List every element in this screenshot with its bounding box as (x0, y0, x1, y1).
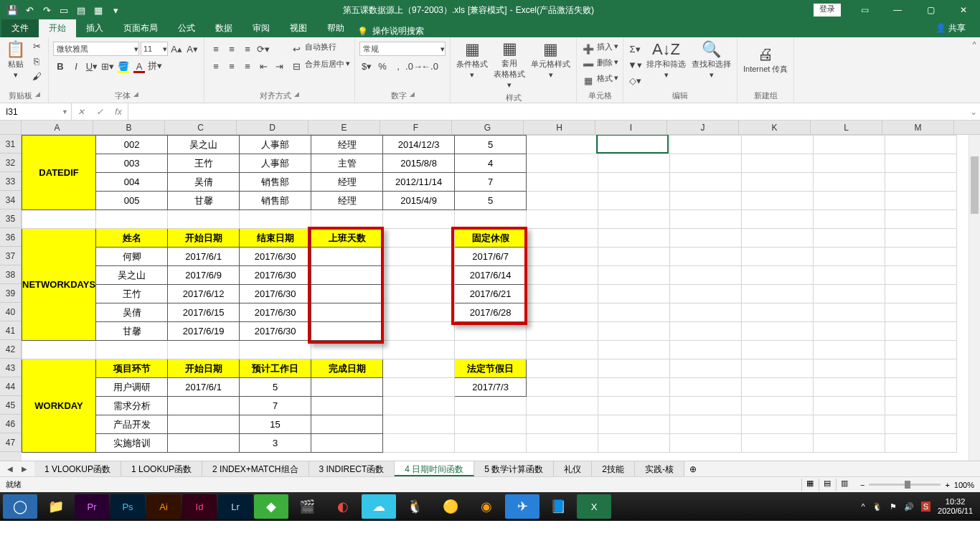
sheet-tab[interactable]: 5 数学计算函数 (474, 461, 554, 476)
border-button[interactable]: ⊞▾ (100, 59, 115, 73)
tab-file[interactable]: 文件 (1, 19, 39, 37)
col-header-F[interactable]: F (380, 121, 452, 134)
paste-button[interactable]: 📋粘贴▾ (4, 39, 27, 82)
col-header-D[interactable]: D (237, 121, 308, 134)
wrap-text-button[interactable]: ↩自动换行 (289, 42, 350, 56)
taskbar-app-orange[interactable]: ◉ (469, 494, 504, 519)
col-header-E[interactable]: E (308, 121, 380, 134)
tray-up-icon[interactable]: ^ (862, 502, 865, 511)
copy-button[interactable]: ⎘ (29, 54, 44, 68)
internet-fax-button[interactable]: 🖨Internet 传真 (742, 39, 789, 82)
zoom-level[interactable]: 100% (954, 481, 974, 489)
undo-icon[interactable]: ↶ (22, 2, 37, 18)
view-pagelayout-button[interactable]: ▤ (819, 479, 836, 491)
sheet-tab[interactable]: 礼仪 (554, 461, 592, 476)
delete-cells-button[interactable]: ➖删除 ▾ (581, 57, 618, 72)
clear-button[interactable]: ◇▾ (628, 73, 642, 88)
clipboard-launcher[interactable]: ◢ (35, 90, 40, 101)
fill-color-button[interactable]: 🪣 (116, 59, 131, 73)
col-header-B[interactable]: B (93, 121, 165, 134)
add-sheet-button[interactable]: ⊕ (684, 464, 702, 474)
vertical-scrollbar[interactable] (969, 135, 980, 461)
taskbar-notes-icon[interactable]: 📘 (541, 494, 575, 519)
accounting-button[interactable]: $▾ (359, 59, 374, 73)
col-header-K[interactable]: K (739, 121, 811, 134)
qat-more-icon[interactable]: ▾ (108, 2, 123, 18)
format-painter-button[interactable]: 🖌 (29, 69, 44, 83)
tab-insert[interactable]: 插入 (76, 19, 113, 37)
shrink-font-button[interactable]: A▾ (185, 42, 199, 56)
view-pagebreak-button[interactable]: ▥ (836, 479, 853, 491)
tab-formulas[interactable]: 公式 (168, 19, 205, 37)
font-size-select[interactable]: 11▾ (141, 42, 168, 56)
taskbar-illustrator-icon[interactable]: Ai (146, 494, 181, 519)
sheet-tab[interactable]: 实践-核 (635, 461, 684, 476)
col-header-H[interactable]: H (524, 121, 595, 134)
row-header-37[interactable]: 37 (0, 247, 22, 265)
indent-dec-button[interactable]: ⇤ (256, 59, 270, 73)
sheet-tab[interactable]: 2 INDEX+MATCH组合 (202, 461, 308, 476)
qat-new-icon[interactable]: ▭ (56, 2, 72, 18)
autosum-button[interactable]: Σ▾ (628, 42, 642, 56)
name-box[interactable]: I31▼ (0, 103, 72, 120)
number-launcher[interactable]: ◢ (410, 90, 415, 101)
format-cells-button[interactable]: ▦格式 ▾ (581, 73, 618, 88)
grow-font-button[interactable]: A▴ (169, 42, 184, 56)
tray-flag-icon[interactable]: ⚑ (890, 502, 897, 512)
row-header-34[interactable]: 34 (0, 191, 22, 209)
tray-volume-icon[interactable]: 🔊 (904, 502, 914, 512)
ribbon-options-icon[interactable]: ▭ (848, 0, 881, 20)
align-bottom-button[interactable]: ≡ (240, 42, 255, 56)
taskbar-photoshop-icon[interactable]: Ps (110, 494, 145, 519)
cut-button[interactable]: ✂ (29, 39, 44, 53)
tab-help[interactable]: 帮助 (317, 19, 354, 37)
close-icon[interactable]: ✕ (947, 0, 980, 20)
merge-center-button[interactable]: ⊟合并后居中▾ (289, 59, 350, 73)
tab-layout[interactable]: 页面布局 (113, 19, 168, 37)
col-header-J[interactable]: J (667, 121, 739, 134)
align-middle-button[interactable]: ≡ (225, 42, 239, 56)
font-launcher[interactable]: ◢ (133, 90, 138, 101)
taskbar-qq-icon[interactable]: 🐧 (397, 494, 432, 519)
redo-icon[interactable]: ↷ (39, 2, 55, 18)
row-header-31[interactable]: 31 (0, 135, 22, 154)
row-header-45[interactable]: 45 (0, 396, 22, 415)
taskbar-premiere-icon[interactable]: Pr (75, 494, 109, 519)
qat-quickprint-icon[interactable]: ▦ (90, 2, 106, 18)
align-center-button[interactable]: ≡ (225, 59, 239, 73)
sheet-tab[interactable]: 1 LOOKUP函数 (121, 461, 202, 476)
tab-view[interactable]: 视图 (280, 19, 317, 37)
font-name-select[interactable]: 微软雅黑▾ (53, 42, 139, 56)
cancel-formula-button[interactable]: ✕ (72, 107, 90, 117)
col-header-I[interactable]: I (595, 121, 667, 134)
col-header-G[interactable]: G (452, 121, 524, 134)
sheet-tab[interactable]: 3 INDIRECT函数 (309, 461, 395, 476)
fx-button[interactable]: fx (109, 107, 128, 117)
table-style-button[interactable]: ▦套用 表格格式▾ (492, 39, 527, 91)
font-color-button[interactable]: A (132, 59, 146, 73)
italic-button[interactable]: I (69, 59, 83, 73)
fill-button[interactable]: ▼▾ (628, 57, 642, 72)
row-header-36[interactable]: 36 (0, 228, 22, 247)
maximize-icon[interactable]: ▢ (914, 0, 947, 20)
row-header-41[interactable]: 41 (0, 321, 22, 340)
ribbon-collapse-button[interactable]: ^ (969, 37, 980, 103)
expand-fbar-button[interactable]: ⌄ (967, 107, 980, 117)
tab-home[interactable]: 开始 (39, 19, 76, 37)
percent-button[interactable]: % (375, 59, 390, 73)
minimize-icon[interactable]: — (881, 0, 914, 20)
comma-button[interactable]: , (391, 59, 405, 73)
row-header-39[interactable]: 39 (0, 284, 22, 303)
sheet-tab[interactable]: 4 日期时间函数 (395, 461, 474, 476)
cell-style-button[interactable]: ▦单元格样式▾ (529, 39, 572, 82)
row-header-46[interactable]: 46 (0, 415, 22, 433)
col-header-M[interactable]: M (882, 121, 954, 134)
taskbar-clock[interactable]: 10:322020/6/11 (938, 497, 973, 516)
select-all-corner[interactable] (0, 121, 22, 134)
orientation-button[interactable]: ⟳▾ (256, 42, 270, 56)
insert-cells-button[interactable]: ➕插入 ▾ (581, 42, 618, 56)
sheet-tab[interactable]: 1 VLOOKUP函数 (34, 461, 121, 476)
row-header-33[interactable]: 33 (0, 172, 22, 191)
login-button[interactable]: 登录 (814, 4, 841, 17)
taskbar-indesign-icon[interactable]: Id (182, 494, 217, 519)
